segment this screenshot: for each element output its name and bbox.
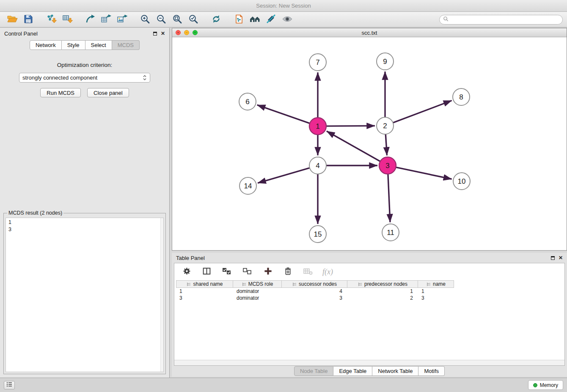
zoom-fit-button[interactable] [169,13,185,26]
import-network-button[interactable] [43,13,59,26]
import-table-button[interactable] [59,13,75,26]
column-header-successor-nodes[interactable]: successor nodes [282,280,347,288]
zoom-in-button[interactable] [137,13,153,26]
export-table-button[interactable] [98,13,114,26]
memory-status-icon [533,383,537,387]
column-header-mcds-role[interactable]: MCDS role [233,280,282,288]
home-icon [249,14,261,25]
memory-button[interactable]: Memory [528,380,563,390]
table-cell[interactable]: 1 [347,288,418,294]
sort-icon [358,282,362,287]
open-session-button[interactable] [4,13,20,26]
graph-node-15[interactable]: 15 [309,226,326,243]
graph-node-14[interactable]: 14 [239,177,256,194]
table-row[interactable]: 3dominator323 [176,295,564,301]
tab-network[interactable]: Network [30,40,62,50]
run-mcds-button[interactable]: Run MCDS [40,88,81,97]
show-hide-button[interactable] [279,13,295,26]
graph-node-10[interactable]: 10 [453,173,470,190]
tab-node-table[interactable]: Node Table [294,366,334,376]
copy-network-button[interactable] [231,13,247,26]
edge-1-2[interactable] [326,126,375,126]
add-column-button[interactable] [262,265,274,279]
graph-node-6[interactable]: 6 [239,93,256,110]
export-image-icon [117,14,128,25]
mcds-result-list[interactable]: 13 [6,218,164,372]
task-history-button[interactable] [4,381,15,389]
delete-column-button[interactable] [282,265,294,279]
close-panel-button[interactable]: Close panel [87,88,129,97]
table-cell[interactable]: 2 [347,295,418,301]
table-panel: Table Panel ✕ [172,253,567,377]
tab-network-table[interactable]: Network Table [372,366,418,376]
refresh-view-button[interactable] [208,13,224,26]
network-graph[interactable]: 7968124314101511 [172,37,567,250]
graph-node-4[interactable]: 4 [309,157,326,174]
save-session-button[interactable] [20,13,36,26]
maximize-window-icon[interactable]: + [193,30,198,35]
window-titlebar: Session: New Session [0,0,567,12]
close-table-panel-icon[interactable]: ✕ [559,255,563,260]
close-window-icon[interactable]: × [176,30,181,35]
edge-2-8[interactable] [393,100,452,122]
graph-node-1[interactable]: 1 [309,118,326,135]
delete-table-button[interactable] [302,265,314,279]
column-header-shared-name[interactable]: shared name [176,280,233,288]
deselect-all-button[interactable] [241,265,254,279]
float-table-panel-icon[interactable] [551,256,555,260]
function-builder-button[interactable]: f(x) [322,268,333,276]
export-image-button[interactable] [114,13,130,26]
apply-style-button[interactable] [263,13,279,26]
float-panel-icon[interactable] [153,32,157,36]
table-cell[interactable]: 3 [418,295,454,301]
graph-node-7[interactable]: 7 [309,54,326,71]
mcds-result-box: MCDS result (2 nodes) 13 [3,210,166,374]
edge-3-10[interactable] [396,167,452,179]
select-all-button[interactable] [220,265,233,279]
column-header-name[interactable]: name [418,280,454,288]
criterion-dropdown[interactable]: strongly connected component [19,73,150,83]
tab-select[interactable]: Select [85,40,112,50]
table-row[interactable]: 1dominator411 [176,288,564,295]
edge-1-6[interactable] [257,105,310,123]
network-canvas[interactable]: 7968124314101511 [172,37,567,250]
export-network-button[interactable] [82,13,98,26]
svg-text:11: 11 [387,229,394,237]
edge-3-1[interactable] [327,131,380,161]
minimize-window-icon[interactable]: − [184,30,189,35]
svg-text:1: 1 [316,122,319,130]
table-cell[interactable]: 3 [282,295,347,301]
table-horizontal-scrollbar[interactable] [174,360,564,365]
table-cell[interactable]: 4 [282,288,347,294]
mcds-panel: Optimization criterion: strongly connect… [0,52,169,378]
table-cell[interactable]: 1 [176,288,233,294]
table-cell[interactable]: 1 [418,288,454,294]
table-cell[interactable]: 3 [176,295,233,301]
result-scrollbar[interactable] [160,218,163,372]
tab-style[interactable]: Style [62,40,85,50]
node-table-area: f(x) shared nameMCDS rolesuccessor nodes… [174,263,565,366]
zoom-selected-button[interactable] [185,13,201,26]
table-cell[interactable]: dominator [233,288,282,294]
home-layout-button[interactable] [247,13,263,26]
zoom-out-button[interactable] [153,13,169,26]
table-settings-button[interactable] [181,265,193,279]
search-input[interactable] [451,16,559,23]
edge-4-14[interactable] [258,168,310,183]
tab-mcds[interactable]: MCDS [112,40,140,50]
column-header-predecessor-nodes[interactable]: predecessor nodes [347,280,418,288]
graph-node-2[interactable]: 2 [377,117,394,134]
graph-node-9[interactable]: 9 [377,53,394,70]
graph-node-8[interactable]: 8 [453,88,470,105]
tab-motifs[interactable]: Motifs [418,366,445,376]
table-header-row: shared nameMCDS rolesuccessor nodesprede… [176,280,564,288]
edge-2-3[interactable] [385,134,387,155]
graph-node-3[interactable]: 3 [379,157,396,174]
close-panel-icon[interactable]: ✕ [161,31,165,36]
graph-node-11[interactable]: 11 [382,224,399,241]
show-columns-button[interactable] [201,265,212,279]
table-cell[interactable]: dominator [233,295,282,301]
zoom-out-icon [156,14,166,25]
tab-edge-table[interactable]: Edge Table [333,366,372,376]
edge-3-11[interactable] [388,174,390,222]
